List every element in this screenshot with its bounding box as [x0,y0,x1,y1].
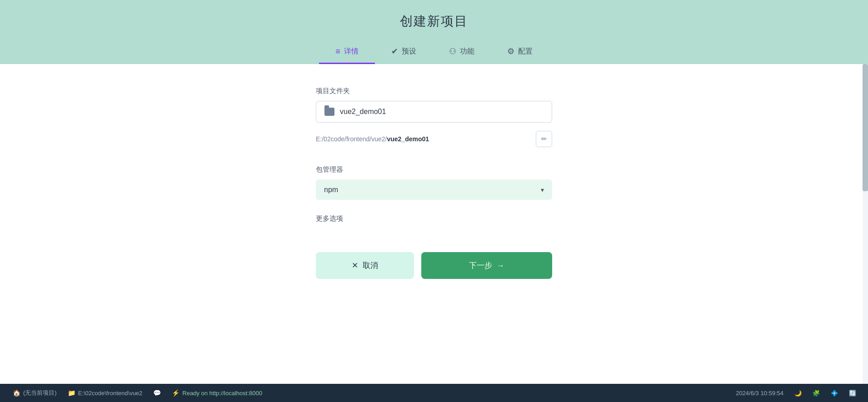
home-icon: 🏠 [13,389,20,397]
refresh-icon: 🔄 [849,390,856,397]
lightning-icon: ⚡ [172,389,180,397]
folder-path-text: E:/02code/frontend/vue2/vue2_demo01 [316,135,429,143]
scrollbar-thumb[interactable] [863,64,868,191]
tab-bar: ≡ 详情 ✔ 预设 ⚇ 功能 ⚙ 配置 [319,41,549,64]
cancel-label: 取消 [363,260,378,271]
package-manager-select[interactable]: npm yarn pnpm [316,179,552,200]
status-datetime: 2024/6/3 10:59:54 [731,384,788,402]
tab-features-icon: ⚇ [449,46,456,56]
tab-features-label: 功能 [460,47,474,56]
path-row: E:/02code/frontend/vue2/vue2_demo01 ✏ [316,127,552,151]
main-content: 项目文件夹 vue2_demo01 E:/02code/frontend/vue… [0,64,868,384]
action-buttons: ✕ 取消 下一步 → [316,252,552,279]
page-title: 创建新项目 [400,13,468,30]
more-options-section: 更多选项 [316,214,552,234]
tab-config-icon: ⚙ [507,46,514,56]
folder-path-prefix: E:/02code/frontend/vue2/ [316,135,387,143]
status-home-label: (无当前项目) [23,389,57,397]
status-home[interactable]: 🏠 (无当前项目) [7,384,62,402]
folder-section: 项目文件夹 vue2_demo01 E:/02code/frontend/vue… [316,87,552,151]
next-arrow-icon: → [497,261,504,270]
ext1-icon: 🧩 [813,390,820,397]
theme-icon: 🌙 [794,390,802,397]
status-extension1[interactable]: 🧩 [808,384,824,402]
tab-presets-icon: ✔ [391,46,398,56]
message-icon: 💬 [153,389,161,397]
tab-features[interactable]: ⚇ 功能 [433,41,491,64]
folder-status-icon: 📁 [68,389,75,397]
tab-presets-label: 预设 [402,47,416,56]
folder-icon [324,108,334,116]
status-refresh[interactable]: 🔄 [844,384,861,402]
package-manager-section: 包管理器 npm yarn pnpm ▾ [316,165,552,200]
ext2-icon: 💠 [831,390,838,397]
folder-section-label: 项目文件夹 [316,87,552,95]
tab-config[interactable]: ⚙ 配置 [491,41,549,64]
form-container: 项目文件夹 vue2_demo01 E:/02code/frontend/vue… [316,87,552,279]
package-manager-wrapper: npm yarn pnpm ▾ [316,179,552,200]
next-label: 下一步 [469,260,492,271]
tab-details[interactable]: ≡ 详情 [319,41,375,64]
edit-path-button[interactable]: ✏ [536,131,552,147]
status-right: 2024/6/3 10:59:54 🌙 🧩 💠 🔄 [731,384,861,402]
cancel-icon: ✕ [352,261,358,270]
tab-details-label: 详情 [344,47,359,56]
datetime-text: 2024/6/3 10:59:54 [736,390,783,397]
scrollbar-rail[interactable] [863,64,868,384]
folder-path-bold: vue2_demo01 [387,135,429,143]
ready-text: Ready on http://localhost:8000 [182,390,262,397]
package-manager-label: 包管理器 [316,165,552,174]
tab-details-icon: ≡ [335,47,340,56]
folder-display-box: vue2_demo01 [316,101,552,123]
status-messages[interactable]: 💬 [148,384,166,402]
tab-presets[interactable]: ✔ 预设 [375,41,433,64]
tab-config-label: 配置 [518,47,533,56]
cancel-button[interactable]: ✕ 取消 [316,252,414,279]
status-ready[interactable]: ⚡ Ready on http://localhost:8000 [166,384,268,402]
status-bar: 🏠 (无当前项目) 📁 E:\02code\frontend\vue2 💬 ⚡ … [0,384,868,402]
top-area: 创建新项目 ≡ 详情 ✔ 预设 ⚇ 功能 ⚙ 配置 [0,0,868,64]
folder-name: vue2_demo01 [340,108,386,116]
next-button[interactable]: 下一步 → [421,252,552,279]
status-folder[interactable]: 📁 E:\02code\frontend\vue2 [62,384,148,402]
status-folder-path: E:\02code\frontend\vue2 [78,390,143,397]
more-options-label: 更多选项 [316,214,552,223]
status-extension2[interactable]: 💠 [826,384,843,402]
status-theme-toggle[interactable]: 🌙 [790,384,806,402]
